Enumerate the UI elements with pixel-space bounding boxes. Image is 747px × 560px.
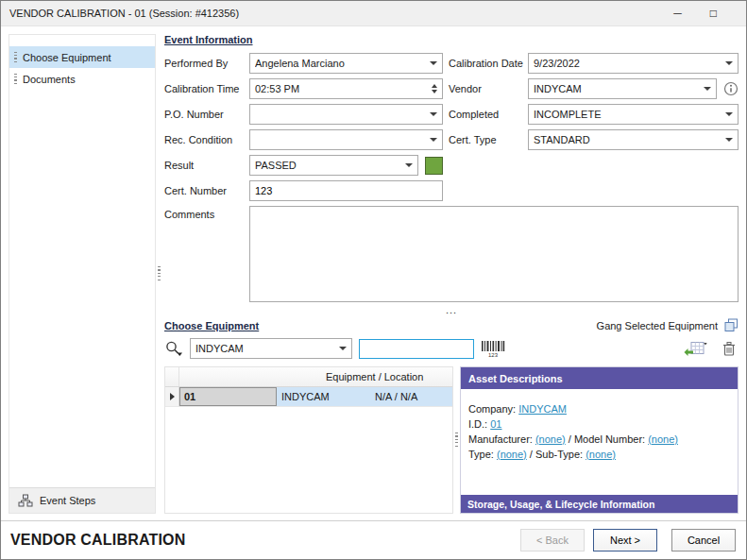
chevron-down-icon [430, 138, 437, 142]
cancel-button[interactable]: Cancel [671, 529, 736, 552]
choose-equipment-header-row: Choose Equipment Gang Selected Equipment [164, 318, 739, 332]
vendor-label: Vendor [443, 83, 528, 94]
svg-text:123: 123 [488, 352, 499, 358]
section-heading-event-information: Event Information [164, 34, 739, 45]
sidebar-item-documents[interactable]: Documents [9, 68, 155, 90]
manufacturer-link[interactable]: (none) [535, 433, 566, 445]
row-location-cell[interactable]: N/A / N/A [371, 387, 452, 406]
result-field: PASSED [249, 155, 443, 176]
row-equipment-cell[interactable]: INDYCAM [277, 387, 371, 406]
choose-equipment-controls: INDYCAM 123 [164, 338, 739, 359]
table-header-label: Equipment / Location [326, 371, 423, 382]
cert-type-label: Cert. Type [443, 134, 528, 145]
manufacturer-label: Manufacturer: [468, 433, 533, 445]
sidebar-item-choose-equipment[interactable]: Choose Equipment [9, 46, 155, 68]
grip-icon [14, 74, 17, 84]
row-marker-icon [170, 393, 175, 400]
asset-descriptions-panel: Asset Descriptions Company: INDYCAM I.D.… [460, 366, 739, 514]
copy-icon [724, 318, 739, 332]
model-number-link[interactable]: (none) [648, 433, 678, 445]
asset-id-line: I.D.: 01 [468, 416, 730, 432]
completed-combobox[interactable]: INCOMPLETE [528, 104, 739, 125]
po-number-combobox[interactable] [249, 104, 443, 125]
event-information-form: Performed By Angelena Marciano Calibrati… [164, 53, 739, 302]
vendor-calibration-window: VENDOR CALIBRATION - 01 (Session: #41235… [0, 0, 747, 560]
cert-number-label: Cert. Number [164, 185, 249, 196]
search-button[interactable] [164, 340, 183, 357]
vendor-field: INDYCAM [528, 78, 739, 99]
comments-label: Comments [164, 206, 249, 220]
storage-lifecycle-header[interactable]: Storage, Usage, & Lifecycle Information [461, 495, 738, 513]
choose-equipment-body: Equipment / Location 01 INDYCAM N/A / N/… [164, 366, 739, 514]
chevron-down-icon [405, 163, 413, 167]
asset-descriptions-header: Asset Descriptions [461, 367, 738, 389]
panel-splitter[interactable] [453, 366, 460, 514]
calibration-date-combobox[interactable]: 9/23/2022 [528, 53, 739, 74]
type-label: Type: [468, 449, 494, 460]
grip-icon [14, 52, 17, 62]
row-selector-cell [165, 387, 179, 406]
calibration-time-label: Calibration Time [164, 83, 249, 94]
time-spinner-buttons[interactable] [432, 84, 437, 93]
table-empty-area [165, 407, 452, 513]
info-icon[interactable] [723, 81, 739, 96]
splitter-grip-icon [158, 266, 161, 281]
section-heading-choose-equipment: Choose Equipment [164, 320, 259, 331]
event-steps-button[interactable]: Event Steps [9, 487, 155, 513]
completed-label: Completed [443, 109, 528, 120]
table-header: Equipment / Location [165, 367, 452, 387]
sidebar-item-label: Documents [23, 74, 76, 85]
window-title: VENDOR CALIBRATION - 01 (Session: #41235… [9, 8, 239, 19]
equipment-table: Equipment / Location 01 INDYCAM N/A / N/… [164, 366, 453, 514]
asset-type-line: Type: (none) / Sub-Type: (none) [468, 447, 730, 462]
cert-type-combobox[interactable]: STANDARD [528, 129, 739, 150]
table-import-icon [684, 341, 707, 357]
chevron-down-icon [704, 87, 711, 91]
wizard-buttons: < Back Next > Cancel [520, 529, 736, 552]
result-combobox[interactable]: PASSED [249, 155, 418, 176]
header-selector-cell [165, 367, 179, 386]
type-link[interactable]: (none) [497, 449, 527, 460]
subtype-link[interactable]: (none) [586, 449, 616, 460]
spinner-up-icon[interactable] [432, 84, 437, 88]
add-to-grid-button[interactable] [684, 341, 707, 357]
cert-number-input[interactable] [249, 180, 443, 201]
next-button[interactable]: Next > [593, 529, 657, 552]
result-label: Result [164, 160, 249, 171]
subtype-label: / Sub-Type: [530, 449, 583, 460]
sidebar-splitter[interactable] [156, 34, 162, 514]
performed-by-label: Performed By [164, 58, 249, 69]
spinner-down-icon[interactable] [432, 90, 437, 93]
minimize-button[interactable]: ─ [673, 8, 682, 19]
maximize-button[interactable]: □ [710, 8, 717, 19]
id-label: I.D.: [468, 418, 487, 430]
window-body: Choose Equipment Documents Event Steps [1, 26, 746, 520]
trash-icon [722, 341, 736, 357]
asset-descriptions-body: Company: INDYCAM I.D.: 01 Manufacturer: … [461, 389, 738, 495]
company-link[interactable]: INDYCAM [518, 403, 567, 415]
main-panel: Event Information Performed By Angelena … [162, 34, 739, 514]
performed-by-combobox[interactable]: Angelena Marciano [249, 53, 443, 74]
table-row[interactable]: 01 INDYCAM N/A / N/A [165, 387, 452, 407]
company-label: Company: [468, 403, 516, 415]
model-number-label: / Model Number: [569, 433, 645, 445]
gang-selected-equipment-button[interactable]: Gang Selected Equipment [597, 318, 739, 332]
title-bar: VENDOR CALIBRATION - 01 (Session: #41235… [1, 1, 746, 26]
chevron-down-icon [725, 138, 733, 142]
chevron-down-icon [725, 112, 733, 116]
equipment-filter-combobox[interactable]: INDYCAM [190, 338, 352, 359]
collapse-handle[interactable]: ... [164, 305, 739, 316]
delete-button[interactable] [722, 341, 736, 357]
comments-textarea[interactable] [249, 206, 739, 302]
calibration-time-spinner[interactable]: 02:53 PM [249, 78, 443, 99]
rec-condition-combobox[interactable] [249, 129, 443, 150]
back-button[interactable]: < Back [520, 529, 585, 552]
row-id-cell[interactable]: 01 [179, 387, 277, 406]
po-number-label: P.O. Number [164, 109, 249, 120]
barcode-scan-input[interactable] [359, 339, 474, 359]
id-link[interactable]: 01 [490, 418, 501, 430]
sidebar: Choose Equipment Documents Event Steps [8, 34, 156, 514]
chevron-down-icon [725, 61, 733, 65]
gang-selected-equipment-label: Gang Selected Equipment [597, 320, 718, 331]
vendor-combobox[interactable]: INDYCAM [528, 78, 717, 99]
